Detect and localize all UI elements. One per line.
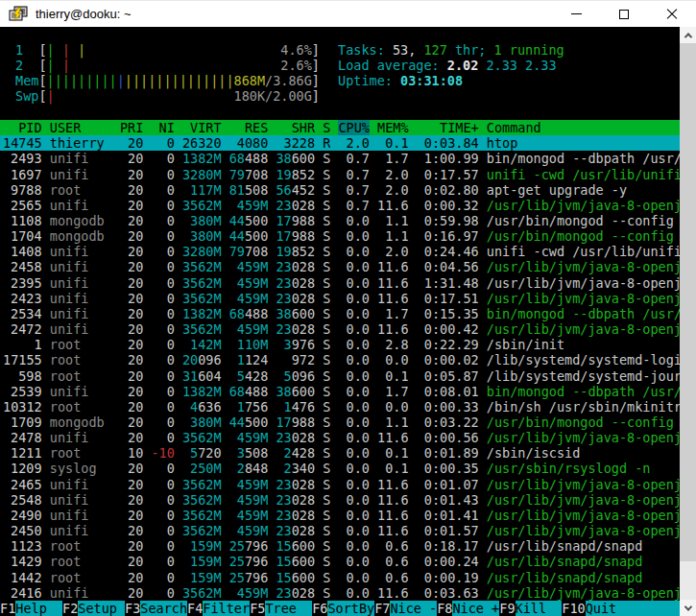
fkey-filter[interactable]: F4Filter [187,601,250,616]
column-header-pri[interactable]: PRI [120,120,143,135]
cell-pid: 1211 [3,445,42,461]
cell-state: S [323,508,330,523]
process-row[interactable]: 2478unifi2003562M459M23028S0.011.60:00.5… [0,430,680,445]
cell-nice: 0 [151,259,174,274]
column-header-res[interactable]: RES [229,120,269,135]
cell-virt: 380M [182,415,222,430]
process-row[interactable]: 1429root200159M2579615600S0.00.60:00.24/… [0,554,680,569]
process-row[interactable]: 1442root200159M2579615600S0.00.60:00.19/… [0,570,680,585]
maximize-icon [619,10,629,19]
scrollbar[interactable] [680,27,696,616]
process-row[interactable]: 2423unifi2003562M459M23028S0.011.60:17.5… [0,291,680,306]
cell-user: root [50,182,120,198]
process-row[interactable]: 2539unifi2001382M6848838600S0.01.70:08.0… [0,384,680,399]
cell-nice: 0 [151,368,174,384]
cell-shr: 23028 [276,259,315,274]
scroll-up-button[interactable] [680,27,696,43]
column-header-cpu[interactable]: CPU% [338,120,370,135]
cell-cpu-percent: 0.0 [338,523,370,538]
process-row[interactable]: 1704mongodb200380M4450017988S0.01.10:16.… [0,228,680,244]
process-row[interactable]: 1697unifi2003280M7970819852S0.72.00:17.5… [0,167,680,182]
column-header-mem[interactable]: MEM% [377,120,409,135]
cell-priority: 20 [120,538,143,554]
process-row[interactable]: 2465unifi2003562M459M23028S0.011.60:01.0… [0,477,680,492]
cell-mem-percent: 11.6 [377,275,409,291]
cell-virt: 4636 [182,399,222,415]
column-header-time[interactable]: TIME+ [417,120,479,135]
process-row[interactable]: 1123root200159M2579615600S0.00.60:18.17/… [0,538,680,554]
cell-virt: 380M [182,228,222,244]
fkey-label: Setup [78,601,125,616]
process-row[interactable]: 2416unifi2003562M459M23028S0.011.60:03.6… [0,585,680,601]
process-row[interactable]: 1209syslog200250M28482340S0.00.10:00.35/… [0,461,680,476]
cell-virt: 117M [182,182,222,198]
cell-nice: 0 [151,321,174,337]
column-header-virt[interactable]: VIRT [182,120,222,135]
window-titlebar[interactable]: thierry@dooku: ~ [0,0,696,27]
process-row[interactable]: 1408unifi2003280M7970819852S0.02.00:24.4… [0,244,680,259]
process-row[interactable]: 17155root200200961124972S0.00.00:00.02/l… [0,352,680,367]
maximize-button[interactable] [600,1,648,27]
column-header-pid[interactable]: PID [3,120,42,135]
cell-virt: 3562M [182,275,222,291]
column-header-user[interactable]: USER [50,120,120,135]
cell-res: 25796 [229,554,269,569]
process-row[interactable]: 598root2003160454285096S0.00.10:05.87/li… [0,368,680,384]
cell-command: /usr/bin/mongod --config [487,228,680,244]
process-row[interactable]: 2534unifi2001382M6848838600S0.01.70:15.3… [0,306,680,321]
cell-user: unifi [50,306,120,321]
minimize-button[interactable] [552,1,600,27]
process-row[interactable]: 2565unifi2003562M459M23028S0.711.60:00.3… [0,198,680,213]
column-header-command[interactable]: Command [487,120,680,135]
process-row[interactable]: 14745thierry2002632040803228R2.00.10:03.… [0,135,680,151]
fkey-sortby[interactable]: F6SortBy [312,601,374,616]
uptime: Uptime:03:31:08 [338,73,564,88]
cell-state: S [323,399,330,415]
fkey-nice-[interactable]: F8Nice + [437,601,499,616]
process-row[interactable]: 2458unifi2003562M459M23028S0.011.60:04.5… [0,259,680,274]
column-header-ni[interactable]: NI [151,120,174,135]
cell-state: S [323,321,330,337]
process-row[interactable]: 1108mongodb200380M4450017988S0.01.10:59.… [0,213,680,228]
column-header-shr[interactable]: SHR [276,120,315,135]
fkey-nice-[interactable]: F7Nice - [374,601,437,616]
process-row[interactable]: 2490unifi2003562M459M23028S0.011.60:01.4… [0,508,680,523]
process-row[interactable]: 9788root200117M8150856452S0.72.00:02.80a… [0,182,680,198]
process-row[interactable]: 1211root10-10572035082428S0.00.10:01.89/… [0,445,680,461]
cell-cpu-percent: 0.0 [338,461,370,476]
cell-pid: 2493 [3,151,42,166]
cell-pid: 2450 [3,523,42,538]
column-header-state[interactable]: S [323,120,330,135]
process-row[interactable]: 1709mongodb200380M4450017988S0.01.10:03.… [0,415,680,430]
cell-state: S [323,461,330,476]
close-button[interactable] [648,1,696,27]
cell-virt: 159M [182,538,222,554]
cell-user: unifi [50,585,120,601]
fkey-search[interactable]: F3Search [125,601,187,616]
process-row[interactable]: 2548unifi2003562M459M23028S0.011.60:01.4… [0,492,680,508]
fkey-help[interactable]: F1Help [0,601,62,616]
cell-user: root [50,570,120,585]
process-row[interactable]: 1root200142M110M3976S0.02.80:22.29/sbin/… [0,337,680,352]
fkey-kill[interactable]: F9Kill [499,601,562,616]
scrollbar-thumb[interactable] [680,43,696,561]
process-row[interactable]: 2395unifi2003562M459M23028S0.011.61:31.4… [0,275,680,291]
fkey-setup[interactable]: F2Setup [62,601,125,616]
cell-nice: 0 [151,213,174,228]
scroll-down-button[interactable] [680,600,696,616]
cell-res: 1124 [229,352,269,367]
cell-state: R [323,135,330,151]
fkey-tree[interactable]: F5Tree [250,601,312,616]
process-row[interactable]: 10312root200463617561476S0.00.00:00.33/b… [0,399,680,415]
fkey-label: Help [15,601,62,616]
process-row[interactable]: 2450unifi2003562M459M23028S0.011.60:01.5… [0,523,680,538]
process-row[interactable]: 2493unifi2001382M6848838600S0.71.71:00.9… [0,151,680,166]
cell-virt: 3562M [182,492,222,508]
fkey-key: F9 [499,601,515,616]
cell-user: unifi [50,508,120,523]
fkey-quit[interactable]: F10Quit [562,601,632,616]
cell-priority: 20 [120,244,143,259]
cell-user: root [50,538,120,554]
process-row[interactable]: 2472unifi2003562M459M23028S0.011.60:00.4… [0,321,680,337]
cell-res: 81508 [229,182,269,198]
